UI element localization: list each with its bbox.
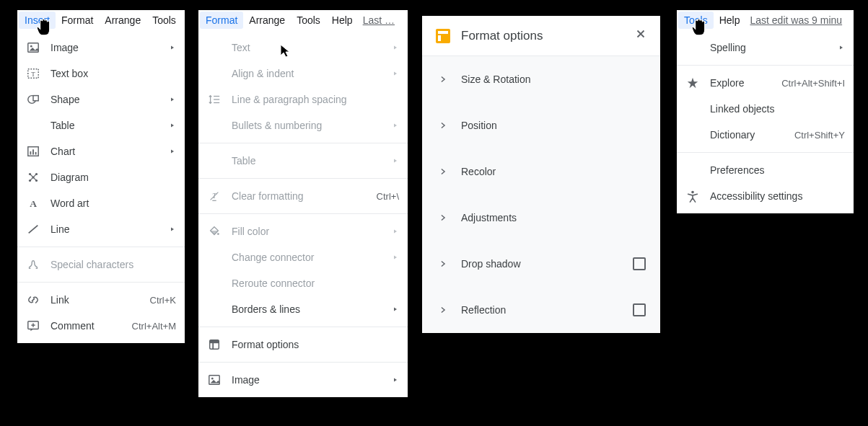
format-option-label: Adjustments <box>461 212 646 223</box>
menubar-format[interactable]: Format <box>200 12 243 29</box>
menu-item-chart[interactable]: Chart <box>17 138 185 164</box>
menu-item-fill-color: Fill color <box>198 218 408 244</box>
menu-item-text-box[interactable]: Text box <box>17 61 185 86</box>
chevron-right-icon <box>437 305 450 315</box>
format-menu-panel: Format Arrange Tools Help Last … TextAli… <box>198 10 408 397</box>
submenu-arrow-icon <box>169 120 176 131</box>
close-icon[interactable] <box>634 27 647 44</box>
chevron-right-icon <box>437 74 450 84</box>
menu-item-label: Word art <box>51 198 176 209</box>
menu-separator <box>17 247 185 247</box>
menubar-arrange[interactable]: Arrange <box>243 12 291 29</box>
menubar-tools[interactable]: Tools <box>291 12 326 29</box>
format-option-label: Position <box>461 120 646 131</box>
omega-icon <box>26 257 40 272</box>
menu-item-format-options[interactable]: Format options <box>198 332 408 358</box>
menu-item-table[interactable]: Table <box>17 112 185 138</box>
menu-item-clear-formatting: Clear formattingCtrl+\ <box>198 183 408 209</box>
menu-item-diagram[interactable]: Diagram <box>17 164 185 190</box>
menu-separator <box>198 362 408 363</box>
tools-menu-panel: Tools Help Last edit was 9 minu Spelling… <box>677 10 854 213</box>
menu-item-label: Image <box>232 374 383 386</box>
format-options-icon <box>435 28 451 44</box>
menu-item-label: Shape <box>51 94 160 105</box>
image-icon <box>207 373 222 387</box>
menu-item-word-art[interactable]: Word art <box>17 190 185 216</box>
menu-item-line[interactable]: Line <box>17 216 185 242</box>
submenu-arrow-icon <box>392 155 399 167</box>
menu-item-table: Table <box>198 148 408 174</box>
menu-item-shortcut: Ctrl+Shift+Y <box>794 130 845 141</box>
menu-separator <box>198 143 408 143</box>
shape-icon <box>26 92 40 107</box>
submenu-arrow-icon <box>169 223 176 235</box>
menubar-arrange[interactable]: Arrange <box>99 12 146 29</box>
menu-item-label: Linked objects <box>710 103 845 115</box>
menu-item-borders-lines[interactable]: Borders & lines <box>198 296 408 322</box>
menubar-format[interactable]: Format <box>56 12 99 29</box>
format-option-position[interactable]: Position <box>422 102 660 148</box>
menu-item-dictionary[interactable]: DictionaryCtrl+Shift+Y <box>677 122 854 148</box>
menubar-tools[interactable]: Tools <box>678 12 714 29</box>
menu-item-label: Diagram <box>51 172 176 183</box>
submenu-arrow-icon <box>392 303 399 315</box>
link-icon <box>26 293 40 307</box>
menubar-help[interactable]: Help <box>714 12 746 29</box>
menu-item-label: Explore <box>710 77 770 89</box>
last-edit-link[interactable]: Last … <box>359 12 399 29</box>
linespacing-icon <box>207 92 222 107</box>
menu-separator <box>198 327 408 327</box>
format-option-recolor[interactable]: Recolor <box>422 148 660 195</box>
menu-item-link[interactable]: LinkCtrl+K <box>17 287 185 313</box>
icon-spacer <box>685 102 700 116</box>
menu-separator <box>198 178 408 179</box>
menu-separator <box>198 213 408 214</box>
menu-item-align-indent: Align & indent <box>198 61 408 86</box>
checkbox[interactable] <box>633 303 646 316</box>
submenu-arrow-icon <box>392 120 399 131</box>
submenu-arrow-icon <box>838 42 845 53</box>
menu-item-shortcut: Ctrl+Alt+M <box>132 321 176 332</box>
menu-item-preferences[interactable]: Preferences <box>677 157 854 183</box>
submenu-arrow-icon <box>392 42 399 53</box>
submenu-arrow-icon <box>392 374 399 386</box>
chevron-right-icon <box>437 120 450 130</box>
menu-item-label: Text box <box>51 68 176 79</box>
menu-item-linked-objects[interactable]: Linked objects <box>677 96 854 122</box>
icon-spacer <box>685 40 700 55</box>
menu-item-label: Fill color <box>232 226 383 237</box>
icon-spacer <box>207 154 222 168</box>
tools-menu: SpellingExploreCtrl+Alt+Shift+ILinked ob… <box>677 30 854 213</box>
submenu-arrow-icon <box>169 146 176 157</box>
menubar: Format Arrange Tools Help Last … <box>198 10 408 30</box>
format-option-reflection[interactable]: Reflection <box>422 287 660 333</box>
menu-item-image[interactable]: Image <box>17 35 185 61</box>
menu-item-comment[interactable]: CommentCtrl+Alt+M <box>17 313 185 339</box>
menu-item-spelling[interactable]: Spelling <box>677 35 854 61</box>
menu-item-label: Preferences <box>710 164 845 176</box>
icon-spacer <box>685 128 700 142</box>
format-option-label: Size & Rotation <box>461 74 646 85</box>
checkbox[interactable] <box>633 257 646 270</box>
menu-item-label: Line <box>51 223 160 235</box>
format-option-drop-shadow[interactable]: Drop shadow <box>422 241 660 287</box>
menubar-insert[interactable]: Insert <box>19 12 56 29</box>
menu-item-label: Table <box>232 155 383 167</box>
menu-item-shortcut: Ctrl+K <box>150 295 176 306</box>
menubar-help[interactable]: Help <box>326 12 359 29</box>
menu-item-change-connector: Change connector <box>198 244 408 270</box>
format-option-adjustments[interactable]: Adjustments <box>422 195 660 241</box>
menu-item-accessibility-settings[interactable]: Accessibility settings <box>677 183 854 209</box>
menu-item-shortcut: Ctrl+Alt+Shift+I <box>781 78 845 89</box>
menu-item-shape[interactable]: Shape <box>17 86 185 112</box>
menu-item-image[interactable]: Image <box>198 367 408 393</box>
menu-item-label: Borders & lines <box>232 303 383 315</box>
menu-item-shortcut: Ctrl+\ <box>377 191 399 202</box>
format-option-size-rotation[interactable]: Size & Rotation <box>422 56 660 102</box>
menubar-tools[interactable]: Tools <box>146 12 182 29</box>
clear-icon <box>207 189 222 203</box>
menu-item-explore[interactable]: ExploreCtrl+Alt+Shift+I <box>677 70 854 96</box>
menu-item-label: Format options <box>232 339 399 350</box>
submenu-arrow-icon <box>169 94 176 105</box>
last-edit-link[interactable]: Last edit was 9 minu <box>745 12 846 29</box>
